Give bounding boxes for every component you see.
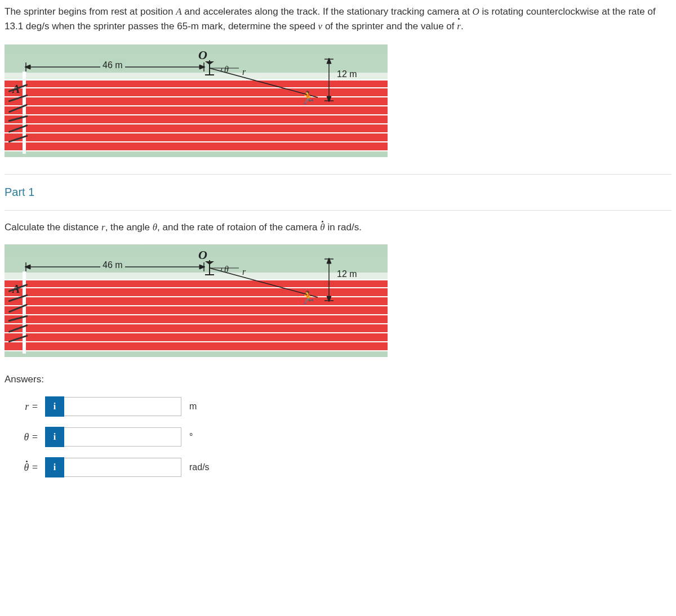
text: , the angle <box>105 222 153 233</box>
var-A: A <box>176 6 181 17</box>
text: deg/s when the sprinter passes the <box>23 21 177 32</box>
sprinter-icon: 🏃 <box>300 291 315 305</box>
answer-input-r[interactable] <box>64 397 181 416</box>
track-diagram: A 46 m O <box>5 44 388 157</box>
dim-46m-label: 46 m <box>100 260 125 270</box>
diagram-bottom: A 46 m O θ r <box>5 244 388 357</box>
label-r: r <box>240 67 248 77</box>
answer-unit-rads: rad/s <box>189 462 210 472</box>
dim-12m-arrow <box>323 258 335 302</box>
label-theta: θ <box>222 65 231 75</box>
dim-12m-arrow <box>323 58 335 102</box>
info-button[interactable]: i <box>45 396 64 417</box>
answers-heading: Answers: <box>5 374 671 385</box>
text: in rad/s. <box>325 222 362 233</box>
dim-12m-label: 12 m <box>335 269 359 279</box>
answer-var-theta: θ = <box>5 431 45 443</box>
answer-unit-m: m <box>189 401 197 412</box>
info-icon: i <box>54 432 56 442</box>
divider <box>5 210 671 211</box>
label-r: r <box>240 267 248 277</box>
var-O: O <box>473 6 479 17</box>
text: -m mark, determine the speed <box>188 21 318 32</box>
sprinter-icon: 🏃 <box>300 91 315 105</box>
info-button[interactable]: i <box>45 457 64 477</box>
answer-row-r: r = i m <box>5 396 671 417</box>
var-theta-dot: θ <box>320 222 324 233</box>
var-r: r <box>101 222 105 233</box>
dim-46m-label: 46 m <box>100 60 125 70</box>
problem-statement: The sprinter begins from rest at positio… <box>5 5 671 33</box>
text: The sprinter begins from rest at positio… <box>5 6 176 17</box>
answer-input-theta[interactable] <box>64 427 181 447</box>
text: of the sprinter and the value of <box>322 21 457 32</box>
diagram-top: A 46 m O <box>5 44 388 157</box>
text: is rotating counterclockwise at the rate… <box>479 6 656 17</box>
answer-var-r: r = <box>5 401 45 413</box>
runners-icon <box>8 83 30 150</box>
answer-unit-deg: ° <box>189 432 193 442</box>
runners-icon <box>8 283 30 350</box>
info-button[interactable]: i <box>45 427 64 447</box>
text: and accelerates along the track. If the … <box>182 6 473 17</box>
text: Calculate the distance <box>5 222 101 233</box>
dim-12m-label: 12 m <box>335 69 359 79</box>
answer-var-theta-dot: θ = <box>5 462 45 474</box>
text: , and the rate of rotaion of the camera <box>157 222 320 233</box>
info-icon: i <box>54 462 56 472</box>
period: . <box>461 21 464 32</box>
track-diagram: A 46 m O θ r <box>5 244 388 357</box>
answer-row-theta: θ = i ° <box>5 427 671 447</box>
var-theta: θ <box>153 222 157 233</box>
mark-value: 65 <box>177 21 188 32</box>
part-1-instruction: Calculate the distance r, the angle θ, a… <box>5 222 671 233</box>
var-rdot: r <box>457 19 461 34</box>
divider <box>5 174 671 175</box>
info-icon: i <box>54 401 56 412</box>
answer-input-theta-dot[interactable] <box>64 458 181 477</box>
label-theta: θ <box>222 265 231 275</box>
part-1-heading: Part 1 <box>5 186 671 199</box>
answer-row-theta-dot: θ = i rad/s <box>5 457 671 477</box>
rate-value: 13.1 <box>5 21 23 32</box>
